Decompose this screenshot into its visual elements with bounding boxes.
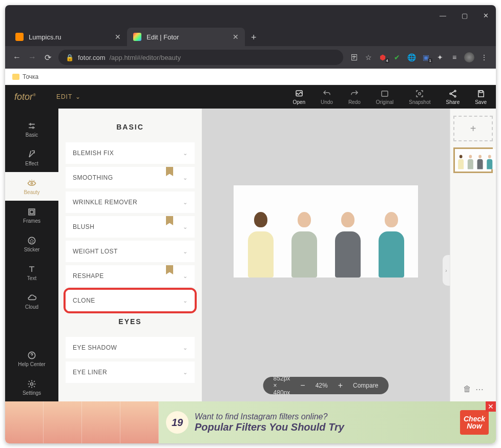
reload-button[interactable]: ⟳ bbox=[43, 53, 52, 62]
nav-text[interactable]: Text bbox=[5, 258, 58, 287]
nav-cloud[interactable]: Cloud bbox=[5, 287, 58, 315]
minimize-icon[interactable]: — bbox=[440, 12, 446, 19]
ad-line2: Popular Filters You Should Try bbox=[195, 421, 454, 433]
menu-icon[interactable]: ⋮ bbox=[479, 53, 489, 62]
mode-dropdown[interactable]: EDIT ⌄ bbox=[56, 93, 81, 100]
window-titlebar: — ▢ ✕ bbox=[5, 5, 496, 26]
canvas[interactable]: › 852px × 480px − 42% + Compare bbox=[202, 109, 450, 401]
tab-lumpics[interactable]: Lumpics.ru ✕ bbox=[9, 28, 127, 46]
redo-button[interactable]: Redo bbox=[348, 89, 361, 105]
panel-item-eyeliner[interactable]: EYE LINER⌄ bbox=[66, 361, 195, 383]
url-input[interactable]: 🔒 fotor.com/app.html#/editor/beauty bbox=[58, 50, 343, 65]
panel-item-weight[interactable]: WEIGHT LOST⌄ bbox=[66, 241, 195, 262]
nav-beauty[interactable]: Beauty bbox=[5, 172, 58, 201]
chevron-down-icon: ⌄ bbox=[183, 199, 188, 206]
chevron-down-icon: ⌄ bbox=[183, 150, 188, 157]
tab-close-icon[interactable]: ✕ bbox=[233, 33, 239, 41]
premium-ribbon-icon bbox=[166, 265, 173, 274]
folder-icon bbox=[12, 74, 19, 80]
panel-item-blush[interactable]: BLUSH⌄ bbox=[66, 216, 195, 238]
checkmark-icon[interactable]: ✔ bbox=[392, 53, 402, 62]
original-button[interactable]: Original bbox=[376, 89, 393, 105]
panel-item-smoothing[interactable]: SMOOTHING⌄ bbox=[66, 167, 195, 188]
fotor-logo[interactable]: fotor® bbox=[14, 92, 36, 102]
snapshot-button[interactable]: Snapshot bbox=[409, 89, 430, 105]
chevron-down-icon: ⌄ bbox=[183, 297, 188, 304]
save-button[interactable]: Save bbox=[475, 89, 487, 105]
url-host: fotor.com bbox=[78, 54, 105, 61]
maximize-icon[interactable]: ▢ bbox=[462, 12, 468, 19]
nav-basic[interactable]: Basic bbox=[5, 115, 58, 143]
image-thumbnail[interactable] bbox=[453, 147, 493, 173]
panel-item-eyeshadow[interactable]: EYE SHADOW⌄ bbox=[66, 337, 195, 358]
ad-close-button[interactable]: ✕ bbox=[486, 401, 496, 412]
bookmark-item[interactable]: Точка bbox=[23, 73, 38, 80]
playlist-icon[interactable]: ≡ bbox=[450, 53, 459, 62]
chevron-down-icon: ⌄ bbox=[183, 224, 188, 230]
delete-button[interactable]: 🗑 ⋯ bbox=[463, 385, 484, 394]
svg-rect-9 bbox=[30, 210, 34, 214]
premium-ribbon-icon bbox=[166, 167, 173, 176]
profile-avatar[interactable] bbox=[464, 52, 474, 62]
puzzle-icon[interactable]: ✦ bbox=[435, 53, 445, 62]
new-tab-button[interactable]: + bbox=[245, 32, 263, 43]
nav-sticker[interactable]: Sticker bbox=[5, 229, 58, 258]
chevron-down-icon: ⌄ bbox=[183, 369, 188, 376]
edited-image bbox=[234, 185, 418, 278]
adblock-icon[interactable]: ⬢ bbox=[378, 53, 387, 62]
globe-icon[interactable]: 🌐 bbox=[407, 53, 416, 62]
panel-item-reshape[interactable]: RESHAPE⌄ bbox=[66, 265, 195, 287]
tab-title: Edit | Fotor bbox=[147, 33, 179, 41]
share-button[interactable]: Share bbox=[446, 89, 460, 105]
close-icon[interactable]: ✕ bbox=[483, 12, 489, 19]
svg-point-12 bbox=[31, 382, 33, 385]
app-toolbar: fotor® EDIT ⌄ Open Undo Redo Original Sn… bbox=[5, 85, 496, 109]
zoom-bar: 852px × 480px − 42% + Compare bbox=[263, 377, 389, 394]
nav-settings[interactable]: Settings bbox=[5, 373, 58, 401]
back-button[interactable]: ← bbox=[12, 53, 22, 62]
bookmark-star-icon[interactable]: ☆ bbox=[364, 53, 373, 62]
ad-number: 19 bbox=[166, 411, 189, 434]
chevron-down-icon: ⌄ bbox=[183, 273, 188, 280]
forward-button[interactable]: → bbox=[28, 53, 37, 62]
svg-rect-1 bbox=[382, 91, 388, 96]
chevron-down-icon: ⌄ bbox=[75, 93, 81, 100]
zoom-out-button[interactable]: − bbox=[300, 381, 305, 390]
translate-icon[interactable]: 🈂 bbox=[349, 53, 359, 62]
cube-icon[interactable]: ▣ bbox=[421, 53, 430, 62]
ad-banner[interactable]: 19 Want to find Instagram filters online… bbox=[5, 401, 496, 443]
url-path: /app.html#/editor/beauty bbox=[109, 54, 180, 61]
more-icon[interactable]: ⋯ bbox=[475, 385, 484, 394]
address-bar: ← → ⟳ 🔒 fotor.com/app.html#/editor/beaut… bbox=[5, 46, 496, 69]
ad-content: 19 Want to find Instagram filters online… bbox=[159, 401, 496, 443]
ad-cta-button[interactable]: CheckNow bbox=[460, 410, 489, 435]
panel-item-wrinkle[interactable]: WRINKLE REMOVER⌄ bbox=[66, 191, 195, 213]
nav-effect[interactable]: Effect bbox=[5, 143, 58, 172]
add-image-button[interactable]: + bbox=[453, 116, 493, 141]
panel-item-clone[interactable]: CLONE⌄ bbox=[66, 290, 195, 311]
zoom-percent: 42% bbox=[316, 382, 328, 389]
chevron-down-icon: ⌄ bbox=[183, 248, 188, 255]
highlight-annotation: CLONE⌄ bbox=[64, 288, 197, 313]
extensions: 🈂 ☆ ⬢ ✔ 🌐 ▣ ✦ ≡ ⋮ bbox=[349, 52, 489, 62]
ad-image bbox=[5, 401, 159, 443]
svg-rect-6 bbox=[479, 91, 483, 93]
nav-help[interactable]: Help Center bbox=[5, 344, 58, 373]
nav-frames[interactable]: Frames bbox=[5, 201, 58, 229]
open-button[interactable]: Open bbox=[293, 89, 305, 105]
zoom-in-button[interactable]: + bbox=[338, 381, 343, 390]
tab-title: Lumpics.ru bbox=[29, 33, 61, 41]
tab-close-icon[interactable]: ✕ bbox=[115, 33, 121, 41]
browser-window: — ▢ ✕ Lumpics.ru ✕ Edit | Fotor ✕ + ← → … bbox=[5, 5, 496, 443]
app-body: Basic Effect Beauty Frames Sticker Text … bbox=[5, 109, 496, 401]
compare-button[interactable]: Compare bbox=[353, 382, 378, 389]
undo-button[interactable]: Undo bbox=[321, 89, 333, 105]
right-panel: + 🗑 ⋯ bbox=[450, 109, 496, 401]
bookmark-bar: Точка bbox=[5, 69, 496, 85]
expand-handle[interactable]: › bbox=[443, 255, 450, 286]
svg-point-3 bbox=[454, 90, 456, 92]
tab-fotor[interactable]: Edit | Fotor ✕ bbox=[127, 28, 245, 46]
panel-item-blemish[interactable]: BLEMISH FIX⌄ bbox=[66, 142, 195, 164]
svg-point-5 bbox=[454, 95, 456, 97]
section-header-basic: BASIC bbox=[66, 123, 195, 131]
